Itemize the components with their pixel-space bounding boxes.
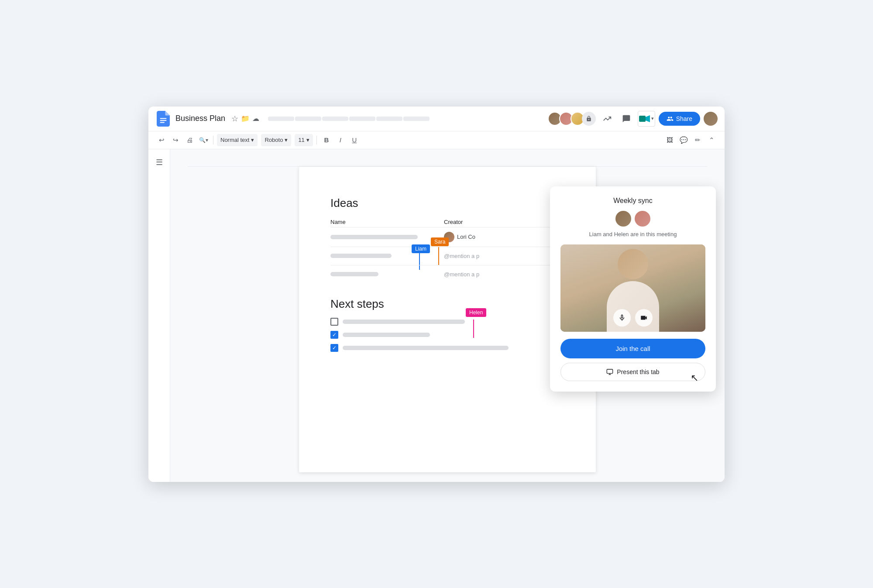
cloud-icon[interactable]: ☁ xyxy=(252,114,259,123)
pen-btn[interactable]: ✏ xyxy=(691,134,704,146)
menu-edit[interactable] xyxy=(295,117,321,121)
skeleton-bar xyxy=(343,346,509,350)
section-nextsteps-title: Next steps xyxy=(330,297,564,311)
size-select-label: 11 xyxy=(298,137,304,143)
present-btn-label: Present this tab xyxy=(617,368,659,375)
cursor-liam: Liam xyxy=(412,244,430,253)
checkbox-1[interactable] xyxy=(330,318,338,326)
join-call-button[interactable]: Join the call xyxy=(560,339,705,358)
table-cell-creator-1: Lori Co xyxy=(444,232,564,242)
checklist-item-2 xyxy=(330,331,564,339)
person-head xyxy=(618,249,648,279)
italic-button[interactable]: I xyxy=(334,134,347,146)
style-chevron-icon: ▾ xyxy=(251,137,254,143)
skeleton-bar xyxy=(343,333,430,337)
checkbox-2[interactable] xyxy=(330,331,338,339)
cursor-line-helen xyxy=(473,320,474,338)
avatar-share-icon[interactable] xyxy=(582,112,596,126)
menu-insert[interactable] xyxy=(349,117,375,121)
ideas-table: Name Creator Lori Co xyxy=(330,219,564,283)
menu-file[interactable] xyxy=(268,117,294,121)
comment-btn[interactable]: 💬 xyxy=(677,134,690,146)
table-header: Name Creator xyxy=(330,219,564,227)
image-btn[interactable]: 🖼 xyxy=(663,134,676,146)
present-icon xyxy=(606,368,613,375)
popup-avatar-liam xyxy=(615,211,631,227)
skeleton-bar xyxy=(343,320,465,324)
docs-logo xyxy=(155,111,171,127)
user-avatar-button[interactable] xyxy=(704,112,718,126)
undo-button[interactable]: ↩ xyxy=(155,134,168,146)
popup-avatars xyxy=(560,211,705,227)
redo-button[interactable]: ↪ xyxy=(169,134,182,146)
camera-button[interactable] xyxy=(635,309,653,327)
folder-icon[interactable]: 📁 xyxy=(241,114,250,123)
table-cell-name-1 xyxy=(330,233,444,241)
title-icon-group: ☆ 📁 ☁ xyxy=(231,114,259,124)
top-bar: Business Plan ☆ 📁 ☁ xyxy=(148,107,725,131)
underline-button[interactable]: U xyxy=(348,134,361,146)
svg-rect-5 xyxy=(607,369,613,373)
svg-marker-4 xyxy=(646,115,650,122)
share-button[interactable]: Share xyxy=(659,112,700,126)
svg-rect-3 xyxy=(639,116,646,122)
mic-button[interactable] xyxy=(613,309,631,327)
table-cell-creator-2: @mention a p xyxy=(444,253,564,259)
meet-popup: Weekly sync Liam and Helen are in this m… xyxy=(550,186,716,392)
video-controls xyxy=(613,309,653,327)
toolbar: ↩ ↪ 🖨 🔍▾ Normal text ▾ Roboto ▾ 11 ▾ B I… xyxy=(148,131,725,149)
cursor-sara: Sara xyxy=(431,237,449,246)
ruler xyxy=(188,158,707,167)
font-chevron-icon: ▾ xyxy=(285,137,288,143)
chat-button[interactable] xyxy=(619,111,634,127)
font-select[interactable]: Roboto ▾ xyxy=(261,134,291,146)
collaborator-avatars[interactable] xyxy=(548,112,596,126)
table-cell-creator-3: @mention a p xyxy=(444,271,564,278)
toolbar-divider-1 xyxy=(213,136,213,144)
svg-rect-0 xyxy=(160,118,167,119)
checklist-item-3 xyxy=(330,344,564,352)
main-area: ☰ Liam Ideas Name Crea xyxy=(148,149,725,482)
menu-format[interactable] xyxy=(376,117,402,121)
toolbar-divider-2 xyxy=(316,136,317,144)
meet-button[interactable]: ▾ xyxy=(638,111,655,127)
popup-title: Weekly sync xyxy=(560,197,705,205)
checklist: Helen xyxy=(330,318,564,352)
style-select-label: Normal text xyxy=(220,137,249,143)
cursor-line-sara xyxy=(438,247,439,265)
svg-rect-1 xyxy=(160,120,167,121)
size-chevron-icon: ▾ xyxy=(306,137,309,143)
popup-participants-text: Liam and Helen are in this meeting xyxy=(560,231,705,237)
toolbar-right: 🖼 💬 ✏ ⌃ xyxy=(663,134,718,146)
creator-name: Lori Co xyxy=(457,234,475,240)
menu-view[interactable] xyxy=(322,117,348,121)
col-name-header: Name xyxy=(330,219,444,225)
table-cell-name-2 xyxy=(330,252,444,260)
col-creator-header: Creator xyxy=(444,219,564,225)
skeleton-bar xyxy=(330,235,418,239)
checkbox-3[interactable] xyxy=(330,344,338,352)
collapse-btn[interactable]: ⌃ xyxy=(705,134,718,146)
zoom-button[interactable]: 🔍▾ xyxy=(197,134,210,146)
activity-button[interactable] xyxy=(599,111,615,127)
style-select[interactable]: Normal text ▾ xyxy=(217,134,258,146)
size-select[interactable]: 11 ▾ xyxy=(295,134,313,146)
doc-area: Liam Ideas Name Creator xyxy=(170,149,725,482)
table-row: Sara @mention a p xyxy=(330,247,564,265)
popup-video-preview xyxy=(560,244,705,332)
outline-icon[interactable]: ☰ xyxy=(151,155,167,170)
present-tab-button[interactable]: Present this tab xyxy=(560,363,705,381)
star-icon[interactable]: ☆ xyxy=(231,114,238,124)
mention-text: @mention a p xyxy=(444,253,479,259)
svg-rect-2 xyxy=(160,122,165,123)
mention-text-2: @mention a p xyxy=(444,271,479,278)
bold-button[interactable]: B xyxy=(320,134,333,146)
popup-avatar-helen xyxy=(635,211,650,227)
menu-bar xyxy=(268,117,430,121)
doc-title: Business Plan xyxy=(175,114,225,123)
sidebar-panel: ☰ xyxy=(148,149,170,482)
skeleton-bar xyxy=(330,272,378,276)
menu-tools[interactable] xyxy=(403,117,430,121)
print-button[interactable]: 🖨 xyxy=(183,134,196,146)
table-cell-name-3 xyxy=(330,270,444,278)
